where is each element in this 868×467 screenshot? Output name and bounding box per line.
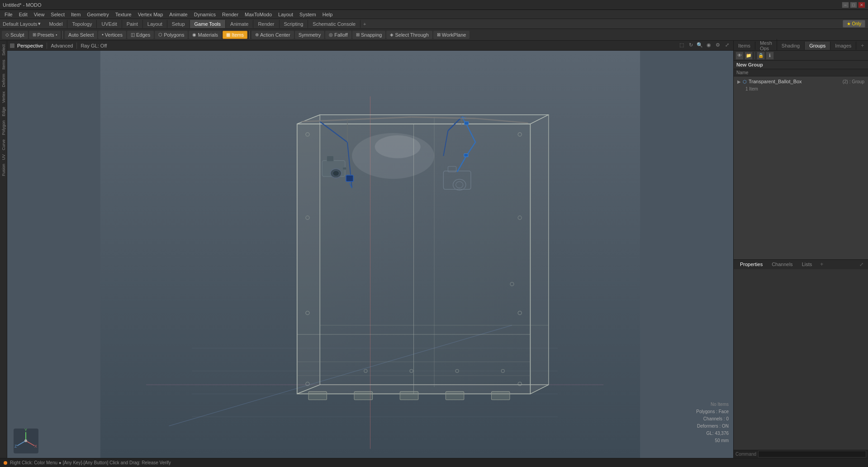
menu-select[interactable]: Select: [48, 11, 67, 18]
menu-render[interactable]: Render: [219, 11, 241, 18]
edges-button[interactable]: ◫ Edges: [127, 31, 154, 39]
maximize-button[interactable]: □: [850, 2, 857, 8]
viewport-zoom-icon[interactable]: 🔍: [696, 42, 703, 49]
tab-schematic-console[interactable]: Schematic Console: [308, 20, 360, 28]
sidebar-tab-fusion[interactable]: Fusion: [0, 162, 7, 178]
default-layouts-button[interactable]: Default Layouts ▾: [3, 21, 44, 27]
menu-geometry[interactable]: Geometry: [84, 11, 111, 18]
group-type: (2) : Group: [843, 79, 864, 84]
axis-gizmo: Y X Z: [14, 429, 38, 453]
viewport-shading-icon[interactable]: ⬚: [678, 42, 685, 49]
tab-animate[interactable]: Animate: [226, 20, 253, 28]
add-panel-tab[interactable]: +: [857, 41, 868, 50]
sidebar-tab-vertex[interactable]: Vertex: [0, 90, 7, 105]
rp-folder-button[interactable]: 📁: [745, 52, 753, 60]
advanced-label[interactable]: Advanced: [51, 43, 73, 48]
sidebar-tab-items[interactable]: Items: [0, 58, 7, 71]
menu-file[interactable]: File: [2, 11, 15, 18]
tab-scripting[interactable]: Scripting: [280, 20, 308, 28]
layoutbar: Default Layouts ▾ Model Topology UVEdit …: [0, 19, 868, 29]
presets-button[interactable]: ⊞ Presets ▪: [29, 31, 61, 39]
viewport-dot[interactable]: [10, 43, 14, 48]
snapping-button[interactable]: ⊞ Snapping: [352, 31, 386, 39]
svg-text:X: X: [34, 444, 37, 448]
svg-point-61: [375, 135, 421, 158]
viewport-settings-icon[interactable]: ⚙: [714, 42, 721, 49]
right-panel-tabs: Items Mesh Ops Shading Groups Images + ✕: [734, 41, 868, 51]
menu-item[interactable]: Item: [68, 11, 83, 18]
rp-lock-button[interactable]: 🔒: [757, 52, 765, 60]
tab-layout[interactable]: Layout: [143, 20, 167, 28]
sidebar-tab-curve[interactable]: Curve: [0, 138, 7, 152]
rp-bottom-channels[interactable]: Channels: [768, 261, 796, 268]
minimize-button[interactable]: –: [842, 2, 849, 8]
auto-select-button[interactable]: Auto Select: [65, 31, 97, 39]
svg-marker-11: [297, 385, 549, 394]
tab-paint[interactable]: Paint: [122, 20, 143, 28]
right-tab-groups[interactable]: Groups: [805, 42, 830, 50]
tab-topology[interactable]: Topology: [67, 20, 97, 28]
menu-animate[interactable]: Animate: [166, 11, 190, 18]
menu-dynamics[interactable]: Dynamics: [191, 11, 218, 18]
right-tab-items[interactable]: Items: [734, 42, 755, 50]
right-tab-shading[interactable]: Shading: [777, 42, 805, 50]
raygl-label[interactable]: Ray GL: Off: [81, 43, 107, 48]
right-tab-images[interactable]: Images: [830, 42, 856, 50]
menu-texture[interactable]: Texture: [113, 11, 134, 18]
svg-text:Y: Y: [24, 429, 27, 432]
svg-rect-38: [327, 156, 333, 162]
rp-eye-button[interactable]: 👁: [735, 52, 744, 60]
tab-uvedit[interactable]: UVEdit: [97, 20, 122, 28]
viewport-rotate-icon[interactable]: ↻: [687, 42, 694, 49]
falloff-button[interactable]: ◎ Falloff: [325, 31, 351, 39]
rp-info-button[interactable]: ℹ: [766, 52, 774, 60]
sculpt-button[interactable]: ◇ Sculpt: [2, 31, 28, 39]
perspective-label[interactable]: Perspective: [17, 43, 43, 48]
rp-bottom-expand[interactable]: ⤢: [858, 261, 865, 268]
sidebar-tab-deform[interactable]: Deform: [0, 72, 7, 89]
command-area: Command: [734, 450, 868, 458]
close-button[interactable]: ✕: [858, 2, 865, 8]
vp-separator-2: [76, 43, 77, 49]
right-panel-toolbar: 👁 📁 🔒 ℹ: [734, 51, 868, 61]
polygons-button[interactable]: ⬡ Polygons: [155, 31, 188, 39]
viewport-area[interactable]: Perspective Advanced Ray GL: Off ⬚ ↻ 🔍 ◉…: [7, 41, 733, 458]
symmetry-button[interactable]: Symmetry: [295, 31, 325, 39]
tab-render[interactable]: Render: [253, 20, 279, 28]
action-center-button[interactable]: ⊕ Action Center: [251, 31, 294, 39]
sidebar-tab-edge[interactable]: Edge: [0, 105, 7, 118]
status-text: Right Click: Color Menu ● [Any Key]-[Any…: [10, 460, 171, 465]
menu-view[interactable]: View: [31, 11, 47, 18]
items-button[interactable]: ▦ Items: [223, 31, 247, 39]
viewport-camera-icon[interactable]: ◉: [705, 42, 712, 49]
menu-vertex-map[interactable]: Vertex Map: [135, 11, 166, 18]
group-item-ballot-box[interactable]: ▶ ⬡ Transparent_Ballot_Box (2) : Group: [735, 77, 867, 86]
rp-bottom-add[interactable]: +: [817, 260, 826, 268]
materials-button[interactable]: ◉ Materials: [189, 31, 222, 39]
tab-game-tools[interactable]: Game Tools: [190, 20, 226, 28]
menu-system[interactable]: System: [297, 11, 319, 18]
workplane-button[interactable]: ⊠ WorkPlane: [433, 31, 470, 39]
menu-maxtomodo[interactable]: MaxToModo: [242, 11, 275, 18]
viewport-canvas[interactable]: No Items Polygons : Face Channels : 0 De…: [7, 51, 733, 458]
sidebar-tab-polygon[interactable]: Polygon: [0, 119, 7, 137]
viewport-expand-icon[interactable]: ⤢: [723, 42, 730, 49]
svg-marker-12: [297, 115, 320, 394]
sidebar-tab-select[interactable]: Select: [0, 43, 7, 57]
tab-model[interactable]: Model: [44, 20, 67, 28]
select-through-button[interactable]: ◈ Select Through: [386, 31, 432, 39]
vertices-button[interactable]: • Vertices: [98, 31, 126, 39]
rp-bottom-properties[interactable]: Properties: [736, 261, 766, 268]
menu-help[interactable]: Help: [320, 11, 336, 18]
add-layout-tab[interactable]: +: [360, 20, 369, 28]
rp-bottom-lists[interactable]: Lists: [798, 261, 816, 268]
tab-setup[interactable]: Setup: [167, 20, 190, 28]
command-input[interactable]: [758, 451, 866, 457]
menu-layout[interactable]: Layout: [275, 11, 296, 18]
right-panel: Items Mesh Ops Shading Groups Images + ✕…: [733, 41, 868, 458]
statusbar: Right Click: Color Menu ● [Any Key]-[Any…: [0, 458, 868, 467]
menu-edit[interactable]: Edit: [16, 11, 30, 18]
sidebar-tab-uv[interactable]: UV: [0, 152, 7, 162]
only-button[interactable]: ★ Only: [843, 20, 865, 28]
right-tab-mesh-ops[interactable]: Mesh Ops: [755, 39, 777, 52]
